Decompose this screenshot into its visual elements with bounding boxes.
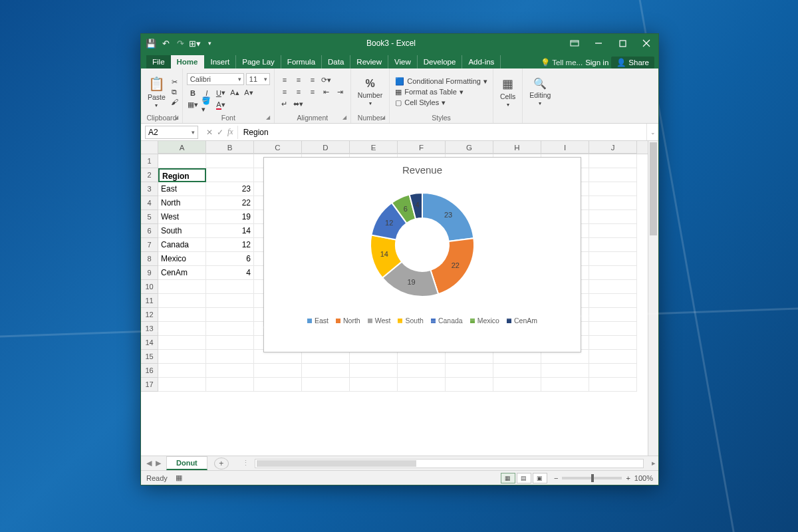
hscroll-right-icon[interactable]: ▸ bbox=[649, 459, 658, 467]
cell[interactable] bbox=[206, 378, 254, 392]
col-header[interactable]: D bbox=[302, 141, 350, 154]
format-painter-icon[interactable]: 🖌 bbox=[171, 98, 178, 106]
font-color-button[interactable]: A▾ bbox=[215, 99, 227, 111]
tab-view[interactable]: View bbox=[388, 55, 418, 68]
col-header[interactable]: A bbox=[158, 141, 206, 154]
align-launcher-icon[interactable]: ◢ bbox=[342, 114, 346, 120]
align-bottom-icon[interactable]: ≡ bbox=[307, 74, 319, 86]
cancel-entry-icon[interactable]: ✕ bbox=[206, 128, 213, 137]
cell[interactable] bbox=[446, 378, 493, 392]
cell[interactable]: East bbox=[158, 182, 206, 196]
cell[interactable] bbox=[158, 350, 206, 364]
cell[interactable]: 12 bbox=[206, 238, 254, 252]
shrink-font-button[interactable]: A▾ bbox=[243, 87, 255, 99]
cell[interactable]: 4 bbox=[206, 266, 254, 280]
fx-icon[interactable]: fx bbox=[227, 127, 233, 137]
zoom-slider[interactable] bbox=[562, 477, 622, 479]
sheet-nav-prev-icon[interactable]: ◀ bbox=[146, 459, 152, 467]
cell[interactable] bbox=[254, 364, 302, 378]
tell-me[interactable]: 💡 Tell me... bbox=[541, 58, 583, 67]
cell[interactable] bbox=[589, 350, 637, 364]
cell[interactable] bbox=[158, 154, 206, 168]
cell[interactable] bbox=[589, 280, 637, 294]
view-page-layout-button[interactable]: ▤ bbox=[517, 473, 531, 483]
name-box[interactable]: A2 bbox=[145, 126, 198, 139]
cell[interactable]: CenAm bbox=[158, 266, 206, 280]
undo-icon[interactable]: ↶ bbox=[161, 39, 170, 48]
font-family-select[interactable]: Calibri bbox=[187, 73, 244, 85]
cell[interactable] bbox=[302, 378, 350, 392]
cell[interactable]: Canada bbox=[158, 238, 206, 252]
align-right-icon[interactable]: ≡ bbox=[307, 86, 319, 98]
cell[interactable] bbox=[589, 238, 637, 252]
copy-icon[interactable]: ⧉ bbox=[172, 88, 177, 96]
tab-split-icon[interactable]: ⋮ bbox=[242, 459, 249, 467]
row-header[interactable]: 15 bbox=[141, 350, 158, 364]
col-header[interactable]: F bbox=[398, 141, 446, 154]
cell[interactable] bbox=[206, 350, 254, 364]
cell[interactable] bbox=[589, 378, 637, 392]
font-launcher-icon[interactable]: ◢ bbox=[266, 114, 270, 120]
cell[interactable] bbox=[541, 364, 589, 378]
row-header[interactable]: 6 bbox=[141, 224, 158, 238]
cell[interactable] bbox=[158, 364, 206, 378]
minimize-button[interactable] bbox=[587, 34, 610, 53]
align-middle-icon[interactable]: ≡ bbox=[293, 74, 305, 86]
cell[interactable] bbox=[589, 224, 637, 238]
qat-customize-icon[interactable]: ▾ bbox=[205, 39, 214, 48]
fill-color-button[interactable]: 🪣▾ bbox=[201, 99, 213, 111]
cell[interactable] bbox=[206, 364, 254, 378]
tab-review[interactable]: Review bbox=[350, 55, 388, 68]
cell[interactable] bbox=[158, 280, 206, 294]
tab-addins[interactable]: Add-ins bbox=[462, 55, 501, 68]
tab-data[interactable]: Data bbox=[322, 55, 350, 68]
sheet-nav-next-icon[interactable]: ▶ bbox=[156, 459, 161, 467]
tab-formulas[interactable]: Formula bbox=[281, 55, 322, 68]
cell[interactable] bbox=[158, 336, 206, 350]
formula-input[interactable]: Region bbox=[237, 126, 646, 139]
cell[interactable]: 14 bbox=[206, 224, 254, 238]
font-size-select[interactable]: 11 bbox=[246, 73, 270, 85]
select-all-corner[interactable] bbox=[141, 141, 158, 154]
wrap-text-icon[interactable]: ↵ bbox=[279, 98, 291, 110]
row-header[interactable]: 12 bbox=[141, 308, 158, 322]
view-page-break-button[interactable]: ▣ bbox=[533, 473, 547, 483]
cut-icon[interactable]: ✂ bbox=[172, 78, 178, 86]
sheet-tab[interactable]: Donut bbox=[166, 456, 207, 470]
borders-button[interactable]: ▦▾ bbox=[187, 99, 199, 111]
cell[interactable] bbox=[589, 336, 637, 350]
number-launcher-icon[interactable]: ◢ bbox=[381, 114, 385, 120]
cell[interactable] bbox=[589, 196, 637, 210]
cell[interactable] bbox=[206, 336, 254, 350]
row-header[interactable]: 13 bbox=[141, 322, 158, 336]
col-header[interactable]: G bbox=[446, 141, 493, 154]
cell[interactable] bbox=[589, 252, 637, 266]
col-header[interactable]: E bbox=[350, 141, 398, 154]
cell[interactable] bbox=[589, 308, 637, 322]
cell[interactable]: West bbox=[158, 210, 206, 224]
row-header[interactable]: 17 bbox=[141, 378, 158, 392]
bold-button[interactable]: B bbox=[187, 87, 199, 99]
row-header[interactable]: 7 bbox=[141, 238, 158, 252]
accept-entry-icon[interactable]: ✓ bbox=[217, 128, 223, 137]
indent-inc-icon[interactable]: ⇥ bbox=[334, 86, 346, 98]
cell[interactable]: Region bbox=[158, 168, 206, 182]
cell[interactable] bbox=[589, 182, 637, 196]
zoom-level[interactable]: 100% bbox=[634, 474, 653, 482]
align-left-icon[interactable]: ≡ bbox=[279, 86, 291, 98]
cell[interactable] bbox=[589, 154, 637, 168]
number-format-button[interactable]: % Number▾ bbox=[355, 78, 385, 106]
col-header[interactable]: H bbox=[493, 141, 541, 154]
close-button[interactable] bbox=[634, 34, 658, 53]
cell[interactable] bbox=[158, 294, 206, 308]
cell[interactable] bbox=[302, 364, 350, 378]
tab-home[interactable]: Home bbox=[171, 55, 205, 68]
row-header[interactable]: 3 bbox=[141, 182, 158, 196]
row-header[interactable]: 14 bbox=[141, 336, 158, 350]
cell[interactable] bbox=[589, 210, 637, 224]
view-normal-button[interactable]: ▦ bbox=[501, 473, 515, 483]
cell[interactable] bbox=[206, 154, 254, 168]
tab-developer[interactable]: Develope bbox=[418, 55, 463, 68]
macro-record-icon[interactable]: ▦ bbox=[176, 473, 182, 482]
row-headers[interactable]: 1234567891011121314151617 bbox=[141, 154, 158, 392]
